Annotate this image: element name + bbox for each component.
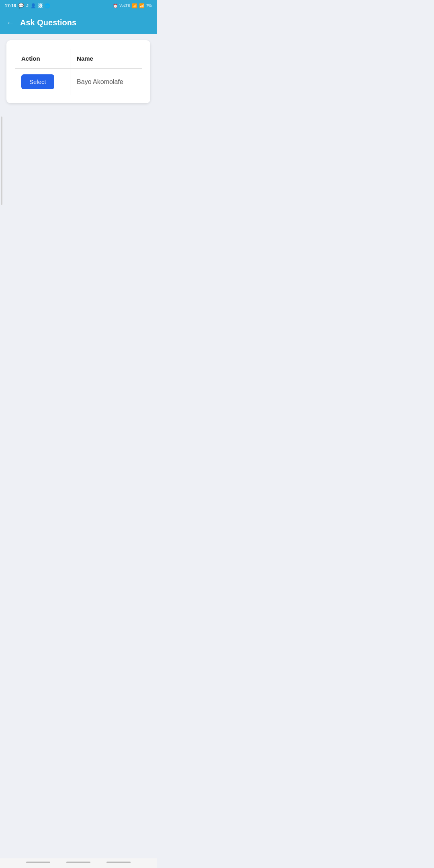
browser-icon: 🌐: [45, 3, 50, 8]
back-button[interactable]: ←: [6, 18, 14, 27]
scroll-indicator: [1, 117, 2, 205]
volte-label: VoLTE: [119, 4, 130, 8]
questions-table: Action Name Select Bayo Akomolafe: [14, 48, 142, 95]
wifi-icon: 📶: [132, 3, 137, 8]
table-row: Select Bayo Akomolafe: [15, 69, 142, 95]
action-column-header: Action: [15, 49, 70, 69]
main-content: Action Name Select Bayo Akomolafe: [0, 34, 157, 313]
data-card: Action Name Select Bayo Akomolafe: [6, 40, 150, 103]
jio-icon: J: [26, 4, 29, 8]
alarm-icon: ⏰: [113, 4, 118, 8]
gallery-icon: 🖼: [38, 3, 43, 8]
action-cell: Select: [15, 69, 70, 95]
page-title: Ask Questions: [20, 18, 76, 27]
status-time: 17:16 💬 J 👤 🖼 🌐: [5, 3, 50, 8]
name-cell: Bayo Akomolafe: [70, 69, 142, 95]
person-name: Bayo Akomolafe: [77, 78, 123, 85]
name-column-header: Name: [70, 49, 142, 69]
table-header-row: Action Name: [15, 49, 142, 69]
battery-display: 7%: [146, 4, 152, 8]
person-icon: 👤: [31, 3, 36, 8]
signal-icon: 📶: [139, 3, 145, 8]
status-icons: ⏰ VoLTE 📶 📶 7%: [113, 3, 152, 8]
time-display: 17:16: [5, 3, 16, 8]
status-bar: 17:16 💬 J 👤 🖼 🌐 ⏰ VoLTE 📶 📶 7%: [0, 0, 157, 11]
select-button[interactable]: Select: [21, 74, 54, 89]
app-bar: ← Ask Questions: [0, 11, 157, 34]
whatsapp-icon: 💬: [18, 3, 24, 8]
